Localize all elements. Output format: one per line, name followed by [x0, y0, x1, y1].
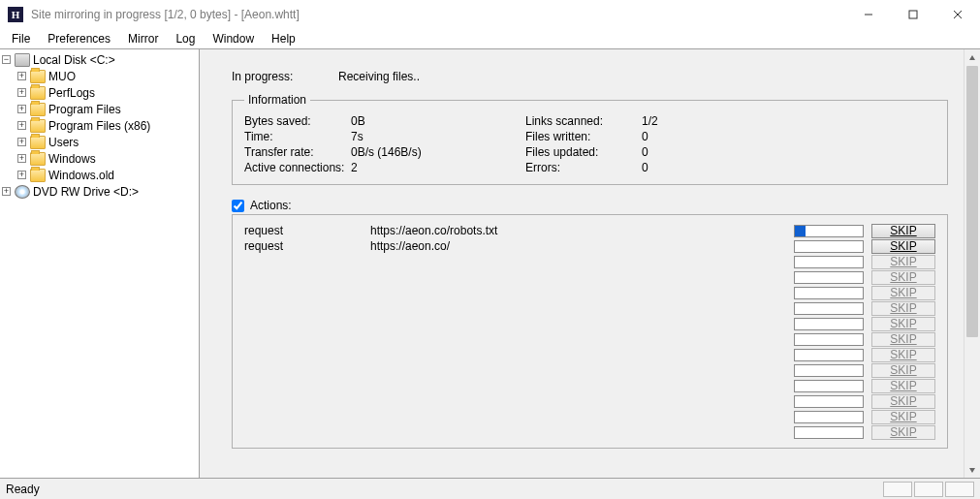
action-url — [368, 347, 792, 362]
action-row: SKIP — [242, 254, 937, 269]
close-button[interactable] — [935, 0, 980, 29]
files-written-value: 0 — [642, 130, 719, 143]
expand-toggle[interactable]: + — [17, 154, 26, 163]
action-type — [242, 300, 368, 316]
information-legend: Information — [244, 93, 310, 107]
action-url — [368, 269, 792, 285]
skip-button: SKIP — [871, 332, 935, 347]
progress-bar — [794, 364, 864, 377]
action-type — [242, 316, 368, 331]
menubar: File Preferences Mirror Log Window Help — [0, 29, 980, 48]
scroll-up-button[interactable] — [964, 49, 980, 66]
files-updated-label: Files updated: — [525, 145, 642, 159]
actions-checkbox[interactable] — [232, 200, 244, 212]
expand-toggle[interactable]: + — [17, 171, 26, 179]
tree-node[interactable]: Users — [48, 136, 79, 149]
tree-node-dvd[interactable]: DVD RW Drive <D:> — [33, 185, 139, 199]
information-group: Information Bytes saved: 0B Links scanne… — [232, 93, 948, 185]
folder-icon — [30, 103, 46, 116]
progress-bar — [794, 411, 864, 423]
links-scanned-value: 1/2 — [642, 114, 719, 128]
skip-button: SKIP — [871, 394, 935, 409]
folder-icon — [30, 70, 46, 83]
progress-bar — [794, 302, 864, 315]
progress-bar — [794, 426, 864, 439]
action-row: SKIP — [242, 331, 937, 347]
action-url — [368, 393, 792, 409]
scroll-thumb[interactable] — [966, 66, 978, 337]
time-label: Time: — [244, 130, 351, 143]
menu-log[interactable]: Log — [168, 30, 203, 47]
files-updated-value: 0 — [642, 145, 719, 159]
bytes-saved-label: Bytes saved: — [244, 114, 351, 128]
in-progress-label: In progress: — [232, 70, 338, 83]
time-value: 7s — [351, 130, 525, 143]
action-row: SKIP — [242, 393, 937, 409]
action-type — [242, 285, 368, 300]
action-row: SKIP — [242, 285, 937, 300]
action-type — [242, 378, 368, 393]
action-row: SKIP — [242, 424, 937, 440]
expand-toggle[interactable]: + — [17, 72, 26, 80]
skip-button[interactable]: SKIP — [871, 239, 935, 254]
tree-node[interactable]: MUO — [48, 70, 76, 83]
menu-file[interactable]: File — [4, 30, 38, 47]
skip-button: SKIP — [871, 270, 935, 285]
progress-bar — [794, 271, 864, 284]
skip-button: SKIP — [871, 425, 935, 440]
window-title: Site mirroring in progress [1/2, 0 bytes… — [31, 8, 846, 21]
expand-toggle[interactable]: + — [17, 121, 26, 130]
scroll-down-button[interactable] — [964, 461, 980, 478]
menu-help[interactable]: Help — [264, 30, 303, 47]
progress-bar — [794, 318, 864, 330]
bytes-saved-value: 0B — [351, 114, 525, 128]
tree-node[interactable]: Windows.old — [48, 169, 114, 182]
action-url — [368, 409, 792, 424]
action-url — [368, 254, 792, 269]
tree-node[interactable]: Program Files — [48, 103, 121, 116]
skip-button: SKIP — [871, 379, 935, 393]
action-row: SKIP — [242, 409, 937, 424]
minimize-button[interactable] — [846, 0, 891, 29]
maximize-button[interactable] — [891, 0, 935, 29]
skip-button: SKIP — [871, 255, 935, 269]
action-type: request — [242, 223, 368, 238]
folder-icon — [30, 136, 46, 149]
expand-toggle[interactable]: + — [17, 88, 26, 97]
skip-button: SKIP — [871, 363, 935, 378]
statusbar: Ready — [0, 478, 980, 499]
status-cell — [883, 482, 912, 497]
tree-node-local-disk[interactable]: Local Disk <C:> — [33, 53, 115, 67]
progress-bar — [794, 240, 864, 253]
expand-toggle[interactable]: + — [17, 138, 26, 146]
actions-group: requesthttps://aeon.co/robots.txtSKIPreq… — [232, 214, 948, 449]
tree-node[interactable]: PerfLogs — [48, 86, 95, 100]
skip-button: SKIP — [871, 348, 935, 362]
progress-bar — [794, 395, 864, 408]
folder-icon — [30, 119, 46, 133]
menu-preferences[interactable]: Preferences — [40, 30, 118, 47]
action-url — [368, 362, 792, 378]
tree-node[interactable]: Program Files (x86) — [48, 119, 150, 133]
menu-mirror[interactable]: Mirror — [120, 30, 166, 47]
expand-toggle[interactable]: + — [2, 187, 11, 196]
expand-toggle[interactable]: + — [17, 105, 26, 113]
tree-node[interactable]: Windows — [48, 152, 96, 166]
action-url — [368, 285, 792, 300]
files-written-label: Files written: — [525, 130, 642, 143]
app-icon: H — [8, 7, 23, 22]
expand-toggle[interactable]: − — [2, 55, 11, 64]
menu-window[interactable]: Window — [205, 30, 262, 47]
action-url — [368, 300, 792, 316]
folder-tree[interactable]: − Local Disk <C:> +MUO+PerfLogs+Program … — [0, 49, 200, 478]
action-row: requesthttps://aeon.co/SKIP — [242, 238, 937, 254]
vertical-scrollbar[interactable] — [964, 49, 980, 478]
svg-rect-1 — [909, 11, 917, 18]
skip-button[interactable]: SKIP — [871, 224, 935, 238]
action-row: SKIP — [242, 269, 937, 285]
active-connections-value: 2 — [351, 161, 525, 174]
action-row: SKIP — [242, 300, 937, 316]
action-url: https://aeon.co/ — [368, 238, 792, 254]
action-row: SKIP — [242, 362, 937, 378]
action-url — [368, 378, 792, 393]
